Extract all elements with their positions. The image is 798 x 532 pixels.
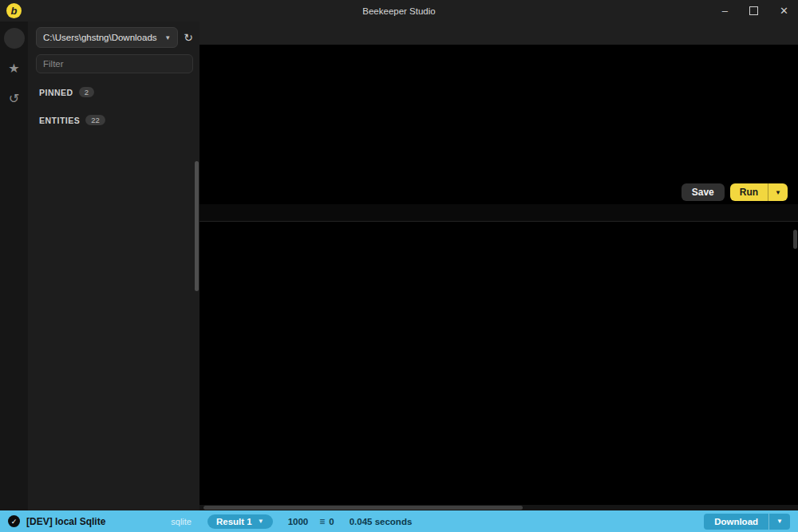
chevron-down-icon: ▼: [776, 518, 783, 525]
save-button[interactable]: Save: [681, 183, 725, 201]
query-status-bar: Result 1 ▼ 1000 ≡ 0 0.045 seconds Downlo…: [200, 510, 798, 532]
sidebar-scrollbar[interactable]: [195, 161, 199, 291]
filter-placeholder: Filter: [43, 59, 186, 69]
sidebar: C:\Users\ghstng\Downloads ▼ ↻ Filter PIN…: [28, 22, 200, 510]
download-options-caret[interactable]: ▼: [768, 514, 790, 530]
pinned-section-header: PINNED 2: [39, 87, 200, 97]
sql-editor[interactable]: [200, 45, 798, 180]
minimize-icon[interactable]: –: [722, 6, 728, 16]
chevron-down-icon: ▼: [258, 518, 264, 525]
beekeeper-studio-window: b Beekeeper Studio – ✕ ★ ↺ C:\Users\ghst…: [0, 0, 798, 532]
entities-label: ENTITIES: [39, 116, 80, 125]
pinned-count-badge: 2: [79, 87, 94, 97]
connection-dialect: sqlite: [171, 517, 192, 526]
run-button[interactable]: Run ▼: [730, 183, 788, 201]
favorites-star-icon[interactable]: ★: [4, 58, 25, 79]
database-path: C:\Users\ghstng\Downloads: [43, 33, 160, 42]
run-button-label[interactable]: Run: [730, 183, 768, 201]
result-label: Result 1: [216, 517, 252, 526]
affected-rows: ≡ 0: [319, 517, 334, 526]
elapsed-time: 0.045 seconds: [346, 517, 413, 526]
query-actions: Save Run ▼: [200, 180, 798, 204]
history-icon[interactable]: ↺: [4, 89, 25, 109]
close-icon[interactable]: ✕: [780, 6, 788, 16]
results-vertical-scrollbar[interactable]: [793, 230, 797, 249]
results-header: [200, 204, 798, 222]
record-count: 1000: [284, 517, 309, 526]
download-button-label[interactable]: Download: [704, 514, 768, 530]
results-table: [200, 222, 798, 505]
rows-affected-icon: ≡: [319, 517, 325, 526]
download-button[interactable]: Download ▼: [704, 514, 790, 530]
titlebar: b Beekeeper Studio – ✕: [0, 0, 798, 22]
connection-status-bar: ✓ [DEV] local Sqlite sqlite: [0, 510, 200, 532]
main-area: Save Run ▼: [200, 22, 798, 510]
database-selector[interactable]: C:\Users\ghstng\Downloads ▼: [36, 27, 178, 48]
left-rail: ★ ↺: [0, 22, 28, 510]
results-horizontal-scrollbar[interactable]: [200, 505, 798, 510]
entities-count-badge: 22: [85, 115, 105, 125]
app-logo-icon: b: [6, 3, 22, 18]
maximize-icon[interactable]: [749, 6, 758, 15]
database-tables-icon[interactable]: [4, 28, 25, 49]
connected-check-icon: ✓: [8, 515, 20, 527]
horizontal-scroll-thumb[interactable]: [203, 506, 523, 510]
connection-name: [DEV] local Sqlite: [26, 516, 164, 527]
result-selector[interactable]: Result 1 ▼: [207, 514, 273, 529]
entities-section-header: ENTITIES 22: [39, 115, 200, 125]
chevron-down-icon: ▼: [775, 189, 781, 196]
window-title: Beekeeper Studio: [0, 6, 798, 16]
refresh-icon[interactable]: ↻: [184, 31, 193, 44]
window-controls: – ✕: [722, 0, 788, 22]
tab-strip: [200, 22, 798, 45]
pinned-label: PINNED: [39, 88, 73, 97]
run-options-caret[interactable]: ▼: [768, 183, 788, 201]
chevron-down-icon: ▼: [164, 34, 171, 41]
entity-filter-input[interactable]: Filter: [36, 54, 193, 73]
